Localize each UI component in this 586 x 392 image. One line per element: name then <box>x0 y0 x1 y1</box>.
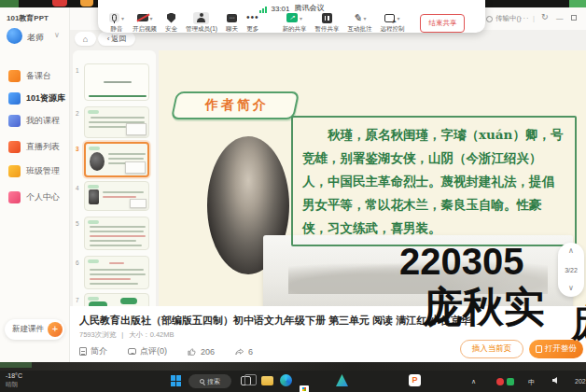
sidebar-item-lesson-prep[interactable]: 备课台 <box>0 65 70 86</box>
thumb-number: 3 <box>76 146 79 152</box>
thumbs-up-icon <box>188 347 197 357</box>
thumb-photo <box>125 161 146 174</box>
taskbar-clock[interactable]: 202 <box>575 378 586 385</box>
like-button[interactable]: 206 <box>188 347 215 357</box>
meeting-buttons-row: ▾ 静音 ▾ 开启视频 安全 管理成员(1) ⋯ 聊天 ••• 更多 ↗▾ 新的… <box>109 11 465 34</box>
thumb-portrait <box>90 152 105 171</box>
slide-thumbnail-4[interactable] <box>84 181 149 211</box>
chevron-down-icon[interactable]: ∨ <box>54 31 60 39</box>
slide-thumbnail-1[interactable] <box>84 63 149 101</box>
back-button[interactable]: ‹ 返回 <box>98 32 135 46</box>
file-explorer-icon[interactable] <box>261 376 273 385</box>
desktop-wallpaper-strip <box>0 362 586 371</box>
slide-preview[interactable]: 作者简介 秋瑾，原名秋闺瑾，字璿（xuán）卿，号竞雄，别署鉴湖女侠，山阴（今浙… <box>159 50 586 314</box>
thumb-portrait <box>89 189 99 204</box>
avatar[interactable] <box>7 28 22 44</box>
transfer-status[interactable]: 传输中() <box>486 14 522 23</box>
task-view-button[interactable] <box>241 376 251 385</box>
intro-tab[interactable]: 简介 <box>79 345 107 357</box>
minimize-button[interactable]: — <box>556 14 564 22</box>
annotation-button[interactable]: ✎▾ 互动批注 <box>347 11 371 34</box>
refresh-icon[interactable]: ↻ <box>541 12 549 21</box>
sidebar-item-label: 班级管理 <box>26 165 60 177</box>
windows-taskbar: -18°C 晴朗 搜索 P ∧ 中 202 <box>0 371 586 392</box>
chevron-down-icon[interactable]: ▾ <box>397 15 399 21</box>
start-button[interactable] <box>171 375 182 386</box>
sidebar-item-label: 我的课程 <box>26 115 60 127</box>
sidebar-item-label: 个人中心 <box>26 191 60 203</box>
sidebar-item-live-list[interactable]: 直播列表 <box>0 136 70 157</box>
security-button[interactable]: 安全 <box>165 11 177 34</box>
slide-thumbnail-panel: 1 2 3 4 5 <box>73 50 156 314</box>
maximize-button[interactable] <box>571 15 577 21</box>
pause-share-button[interactable]: 暂停共享 <box>314 11 339 34</box>
resource-stats: 7593次浏览 | 大小：0.42MB <box>79 330 174 340</box>
chevron-down-icon[interactable]: ▾ <box>300 15 302 21</box>
new-share-button[interactable]: ↗▾ 新的共享 <box>282 11 306 34</box>
slide-thumbnail-6[interactable] <box>84 256 149 289</box>
taskbar-temperature[interactable]: -18°C <box>6 372 22 379</box>
new-courseware-button[interactable]: 新建课件 + <box>5 319 64 340</box>
file-size: 大小：0.42MB <box>129 330 174 340</box>
page-up-button[interactable]: ∧ <box>568 247 574 255</box>
red-tray-icon[interactable] <box>496 378 504 385</box>
open-full-file-button[interactable]: 打开整份 <box>529 340 583 358</box>
class-manage-icon <box>8 165 21 177</box>
ellipsis-icon: ••• <box>246 13 259 22</box>
ime-indicator[interactable]: 中 <box>528 378 535 387</box>
volume-icon[interactable] <box>552 377 557 384</box>
sidebar-item-label: 直播列表 <box>26 141 60 153</box>
green-tray-icon[interactable] <box>507 378 514 385</box>
home-button[interactable]: ⌂ <box>75 32 96 46</box>
microsoft-store-icon[interactable] <box>299 384 310 392</box>
ppt-app-icon[interactable]: P <box>409 374 421 386</box>
remote-control-button[interactable]: ▾ 远程控制 <box>380 11 404 34</box>
person-icon <box>196 13 206 23</box>
sidebar-item-class-manage[interactable]: 班级管理 <box>0 161 70 181</box>
drive-app-icon[interactable] <box>336 374 348 386</box>
start-video-button[interactable]: ▾ 开启视频 <box>133 11 157 34</box>
header-divider: | <box>533 14 535 22</box>
author-bio-text: 秋瑾，原名秋闺瑾，字璿（xuán）卿，号竞雄，别署鉴湖女侠，山阴（今浙江绍兴）人… <box>291 116 577 246</box>
chevron-down-icon[interactable]: ▾ <box>364 15 367 21</box>
manage-members-button[interactable]: 管理成员(1) <box>186 11 217 34</box>
view-count: 7593次浏览 <box>79 330 116 340</box>
sidebar-item-personal-center[interactable]: 个人中心 <box>0 187 70 207</box>
my-courses-icon <box>8 115 21 127</box>
chevron-down-icon[interactable]: ▾ <box>121 15 124 21</box>
live-list-icon <box>8 141 21 153</box>
slide-thumbnail-2[interactable] <box>84 106 149 138</box>
app-logo: 101教育PPT <box>7 13 49 23</box>
slide-thumbnail-3-selected[interactable] <box>84 142 149 177</box>
shield-icon <box>167 13 175 23</box>
more-button[interactable]: ••• 更多 <box>246 11 259 34</box>
chat-bubble-icon: ⋯ <box>227 14 237 22</box>
new-courseware-label: 新建课件 <box>12 324 44 335</box>
chat-button[interactable]: ⋯ 聊天 <box>226 11 238 34</box>
resource-info-bar: 人民教育出版社（部编版五四制）初中语文九年级下册 第三单元 阅读 满江红(小住京… <box>70 306 586 362</box>
resource-library-icon <box>8 92 21 105</box>
share-button[interactable]: 6 <box>235 347 253 357</box>
page-navigator: ∧ 3/22 ∨ <box>558 243 584 297</box>
edge-browser-icon[interactable] <box>280 374 292 386</box>
thumb-number: 1 <box>76 67 79 74</box>
slide-thumbnail-5[interactable] <box>84 217 149 250</box>
sidebar-item-resource-library[interactable]: 101资源库 <box>0 88 70 108</box>
comment-tab[interactable]: 点评(0) <box>128 345 167 357</box>
search-icon <box>200 379 204 384</box>
page-down-button[interactable]: ∨ <box>568 285 574 292</box>
sidebar-item-label: 101资源库 <box>26 92 65 105</box>
insert-current-page-button[interactable]: 插入当前页 <box>460 340 523 358</box>
comment-bubble-icon <box>128 348 136 355</box>
more-menu-button[interactable]: ··· <box>520 14 530 22</box>
tray-expand-chevron[interactable]: ∧ <box>471 378 476 385</box>
taskbar-weather[interactable]: 晴朗 <box>6 381 18 389</box>
thumb-photo <box>126 123 146 135</box>
pause-icon <box>322 13 332 23</box>
taskbar-search[interactable]: 搜索 <box>188 374 231 388</box>
home-icon: ⌂ <box>83 35 88 44</box>
mute-button[interactable]: ▾ 静音 <box>109 11 124 34</box>
thumb-number: 2 <box>76 110 79 117</box>
sidebar-item-my-courses[interactable]: 我的课程 <box>0 110 70 131</box>
end-share-button[interactable]: 结束共享 <box>420 14 465 33</box>
